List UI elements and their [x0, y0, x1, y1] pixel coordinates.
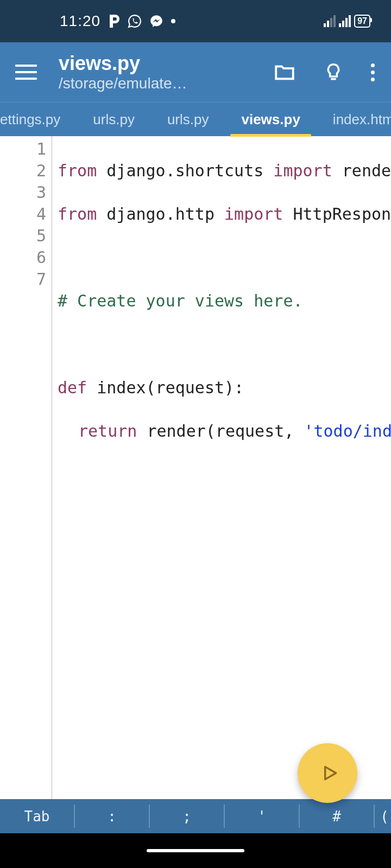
line-number: 7	[0, 269, 52, 290]
p-icon	[108, 15, 120, 28]
code-editor[interactable]: 1 2 3 4 5 6 7 from django.shortcuts impo…	[0, 136, 391, 799]
line-number: 1	[0, 138, 52, 160]
tab-bar: ettings.py urls.py urls.py views.py inde…	[0, 102, 391, 136]
signal-sim1-icon	[324, 15, 336, 27]
code-area[interactable]: from django.shortcuts import render from…	[52, 136, 391, 799]
line-number: 2	[0, 160, 52, 182]
key-quote[interactable]: '	[225, 799, 299, 833]
tab-index-html[interactable]: index.html	[317, 103, 391, 136]
symbol-key-row: Tab : ; ' # (	[0, 799, 391, 833]
battery-indicator: 97	[354, 15, 370, 28]
lightbulb-button[interactable]	[323, 61, 344, 84]
more-notifications-dot	[171, 19, 175, 23]
file-title: views.py	[59, 52, 251, 75]
folder-button[interactable]	[273, 61, 296, 84]
gesture-handle[interactable]	[147, 849, 244, 852]
overflow-menu-button[interactable]	[371, 63, 375, 81]
line-number: 6	[0, 247, 52, 269]
tab-urls-py-2[interactable]: urls.py	[151, 103, 225, 136]
line-number: 5	[0, 225, 52, 247]
tab-urls-py-1[interactable]: urls.py	[77, 103, 151, 136]
messenger-icon	[149, 14, 163, 28]
title-block: views.py /storage/emulate…	[59, 52, 251, 92]
whatsapp-icon	[128, 14, 142, 28]
status-right: 97	[324, 15, 370, 28]
tab-settings-py[interactable]: ettings.py	[0, 103, 77, 136]
app-bar: views.py /storage/emulate…	[0, 42, 391, 102]
run-button[interactable]	[298, 743, 357, 803]
line-number: 3	[0, 182, 52, 203]
key-paren-open[interactable]: (	[375, 799, 391, 833]
key-colon[interactable]: :	[75, 799, 149, 833]
key-semicolon[interactable]: ;	[150, 799, 224, 833]
status-time: 11:20	[60, 12, 100, 30]
system-nav-bar[interactable]	[0, 833, 391, 868]
menu-button[interactable]	[15, 65, 37, 80]
status-left: 11:20	[60, 12, 175, 30]
signal-sim2-icon	[339, 15, 351, 27]
line-gutter: 1 2 3 4 5 6 7	[0, 136, 52, 799]
line-number: 4	[0, 203, 52, 225]
key-hash[interactable]: #	[300, 799, 374, 833]
status-bar: 11:20 97	[0, 0, 391, 42]
file-path: /storage/emulate…	[59, 75, 251, 92]
tab-views-py[interactable]: views.py	[225, 103, 316, 136]
key-tab[interactable]: Tab	[0, 799, 74, 833]
